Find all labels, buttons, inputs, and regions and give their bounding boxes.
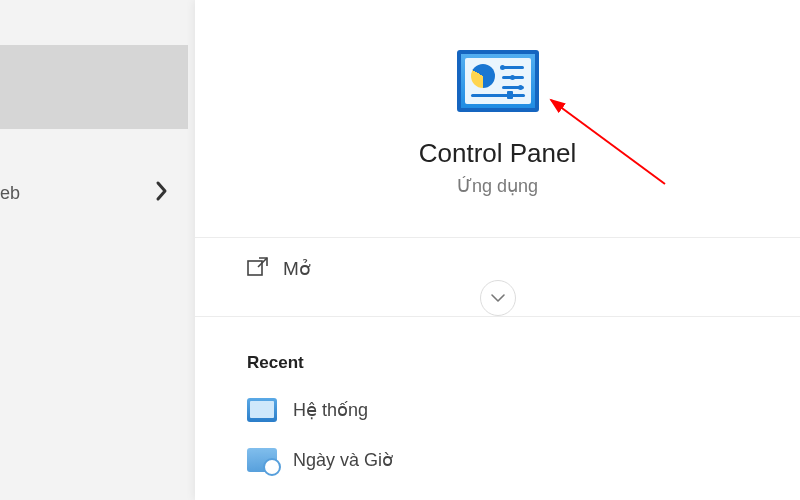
recent-item-label: Ngày và Giờ (293, 449, 393, 471)
open-action-row[interactable]: Mở (195, 238, 800, 298)
recent-item-date-time[interactable]: Ngày và Giờ (247, 441, 800, 479)
open-label: Mở (283, 257, 311, 280)
expand-button[interactable] (480, 280, 516, 316)
recent-heading: Recent (247, 353, 800, 373)
sidebar-selected-item[interactable] (0, 45, 188, 129)
recent-item-label: Hệ thống (293, 399, 368, 421)
open-icon (247, 256, 269, 280)
result-details-pane: Control Panel Ứng dụng Mở Recent Hệ thốn… (195, 0, 800, 500)
chevron-right-icon[interactable] (155, 180, 169, 202)
app-hero[interactable]: Control Panel Ứng dụng (195, 0, 800, 237)
app-title: Control Panel (195, 138, 800, 169)
system-icon (247, 398, 277, 422)
sidebar: eb (0, 0, 195, 500)
svg-rect-0 (248, 261, 262, 275)
recent-section: Recent Hệ thống Ngày và Giờ (195, 317, 800, 479)
recent-item-system[interactable]: Hệ thống (247, 391, 800, 429)
control-panel-icon (457, 50, 539, 112)
date-time-icon (247, 448, 277, 472)
chevron-down-icon (490, 289, 506, 307)
app-subtitle: Ứng dụng (195, 175, 800, 197)
sidebar-partial-label: eb (0, 183, 16, 204)
